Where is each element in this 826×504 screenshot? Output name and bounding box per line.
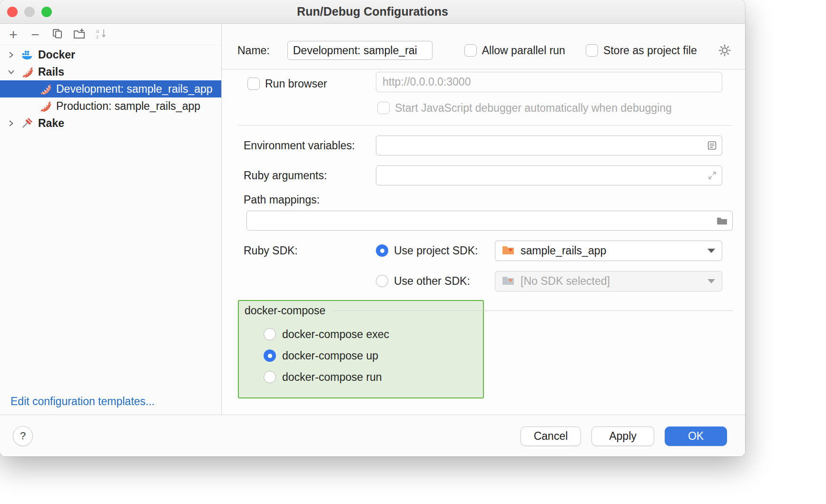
- svg-text:z: z: [96, 34, 99, 39]
- docker-icon: [21, 48, 33, 61]
- copy-configuration-button[interactable]: [48, 26, 67, 43]
- sort-configurations-button[interactable]: az: [91, 26, 110, 43]
- run-browser-checkbox[interactable]: Run browser: [247, 74, 327, 94]
- docker-compose-run-radio[interactable]: docker-compose run: [264, 367, 382, 387]
- sdk-folder-disabled-icon: [502, 275, 514, 287]
- environment-variables-input[interactable]: [376, 136, 722, 155]
- minus-icon: −: [31, 28, 39, 42]
- radio-unselected-icon: [376, 275, 388, 287]
- add-configuration-button[interactable]: +: [4, 26, 23, 43]
- environment-variables-row: Environment variables:: [244, 136, 722, 155]
- configurations-toolbar: + − az: [0, 24, 221, 45]
- name-row: Name: Allow parallel run Store as projec…: [237, 40, 732, 60]
- docker-compose-up-radio[interactable]: docker-compose up: [264, 346, 378, 366]
- radio-label: docker-compose run: [282, 371, 382, 384]
- zoom-button[interactable]: [41, 7, 52, 17]
- store-as-project-file-checkbox[interactable]: Store as project file: [586, 44, 697, 57]
- window-title: Run/Debug Configurations: [0, 0, 745, 23]
- checkbox-label: Allow parallel run: [482, 44, 565, 57]
- expand-field-icon[interactable]: [708, 171, 717, 180]
- help-button[interactable]: ?: [13, 426, 33, 446]
- cancel-button[interactable]: Cancel: [521, 426, 581, 446]
- close-button[interactable]: [7, 7, 18, 17]
- radio-label: docker-compose exec: [282, 328, 389, 341]
- path-mappings-label: Path mappings:: [244, 194, 376, 206]
- docker-compose-exec-radio[interactable]: docker-compose exec: [264, 324, 389, 344]
- allow-parallel-run-checkbox[interactable]: Allow parallel run: [464, 44, 565, 57]
- tree-item-label: Docker: [38, 48, 75, 61]
- use-project-sdk-radio[interactable]: Use project SDK:: [376, 244, 495, 257]
- checkbox-icon: [586, 44, 598, 57]
- configurations-sidebar: + − az Docker: [0, 24, 222, 415]
- minimize-button: [24, 7, 35, 17]
- radio-selected-icon: [264, 349, 276, 362]
- tree-item-label: Rake: [38, 117, 64, 130]
- apply-button[interactable]: Apply: [591, 426, 654, 446]
- environment-variables-wrap: [376, 136, 722, 155]
- tree-item-production[interactable]: Production: sample_rails_app: [0, 97, 221, 115]
- remove-configuration-button[interactable]: −: [26, 26, 45, 43]
- tree-item-label: Development: sample_rails_app: [56, 83, 213, 96]
- dialog-content: + − az Docker: [0, 24, 745, 415]
- configuration-form: Run browser http://0.0.0.0:3000 Start Ja…: [222, 69, 745, 415]
- browse-variables-icon[interactable]: [707, 141, 717, 151]
- other-sdk-select[interactable]: [No SDK selected]: [495, 271, 722, 291]
- sdk-folder-icon: [502, 245, 514, 257]
- rails-icon: [39, 100, 51, 112]
- separator: [238, 125, 733, 126]
- name-input[interactable]: [287, 41, 433, 60]
- selected-sdk-value: sample_rails_app: [521, 244, 606, 257]
- tree-item-rake[interactable]: Rake: [0, 115, 221, 132]
- dialog-footer: ? Cancel Apply OK: [0, 415, 745, 456]
- chevron-down-icon[interactable]: [6, 67, 16, 77]
- selected-sdk-value: [No SDK selected]: [521, 275, 610, 288]
- svg-text:a: a: [96, 28, 99, 34]
- ruby-sdk-row: Ruby SDK: Use project SDK: sample_rails_…: [244, 241, 722, 261]
- tree-item-label: Rails: [38, 66, 64, 78]
- copy-icon: [52, 28, 63, 41]
- window-controls: [7, 7, 52, 17]
- configurations-tree: Docker Rails Development: sample_rails_a…: [0, 45, 221, 132]
- checkbox-label: Start JavaScript debugger automatically …: [395, 102, 672, 115]
- browser-url-field[interactable]: http://0.0.0.0:3000: [376, 72, 722, 92]
- sort-az-icon: az: [95, 28, 107, 41]
- separator: [333, 310, 733, 311]
- new-folder-button[interactable]: [69, 26, 88, 43]
- radio-label: docker-compose up: [282, 349, 378, 362]
- use-other-sdk-radio[interactable]: Use other SDK:: [376, 275, 495, 288]
- js-debugger-checkbox[interactable]: Start JavaScript debugger automatically …: [377, 98, 672, 118]
- folder-icon[interactable]: [717, 216, 728, 225]
- path-mappings-input[interactable]: [246, 211, 733, 231]
- other-sdk-row: Use other SDK: [No SDK selected]: [244, 271, 722, 291]
- tree-item-label: Production: sample_rails_app: [56, 100, 200, 113]
- checkbox-icon: [247, 78, 260, 90]
- rake-icon: [21, 117, 33, 129]
- radio-unselected-icon: [264, 371, 276, 383]
- project-sdk-select[interactable]: sample_rails_app: [495, 241, 722, 261]
- ruby-arguments-row: Ruby arguments:: [244, 165, 722, 185]
- tree-item-rails[interactable]: Rails: [0, 63, 221, 80]
- checkbox-icon: [464, 44, 477, 57]
- radio-selected-icon: [376, 244, 388, 257]
- edit-templates-link[interactable]: Edit configuration templates...: [10, 395, 155, 408]
- tree-item-docker[interactable]: Docker: [0, 46, 221, 63]
- gear-icon[interactable]: [718, 43, 732, 58]
- ruby-arguments-wrap: [376, 165, 722, 185]
- tree-item-development[interactable]: Development: sample_rails_app: [0, 80, 221, 97]
- chevron-right-icon[interactable]: [6, 118, 16, 128]
- environment-variables-label: Environment variables:: [244, 139, 376, 152]
- checkbox-label: Store as project file: [603, 44, 697, 57]
- dropdown-arrow-icon: [708, 249, 715, 253]
- path-mappings-label-row: Path mappings:: [244, 190, 376, 210]
- titlebar: Run/Debug Configurations: [0, 0, 745, 24]
- ruby-arguments-input[interactable]: [376, 165, 722, 185]
- new-folder-icon: [73, 28, 85, 41]
- ruby-sdk-label: Ruby SDK:: [244, 244, 376, 257]
- browser-url-value: http://0.0.0.0:3000: [383, 76, 471, 88]
- radio-label: Use project SDK:: [394, 244, 478, 257]
- chevron-right-icon[interactable]: [6, 49, 16, 60]
- rails-icon: [39, 83, 51, 95]
- name-label: Name:: [237, 44, 270, 57]
- ok-button[interactable]: OK: [665, 426, 727, 446]
- checkbox-label: Run browser: [265, 78, 327, 90]
